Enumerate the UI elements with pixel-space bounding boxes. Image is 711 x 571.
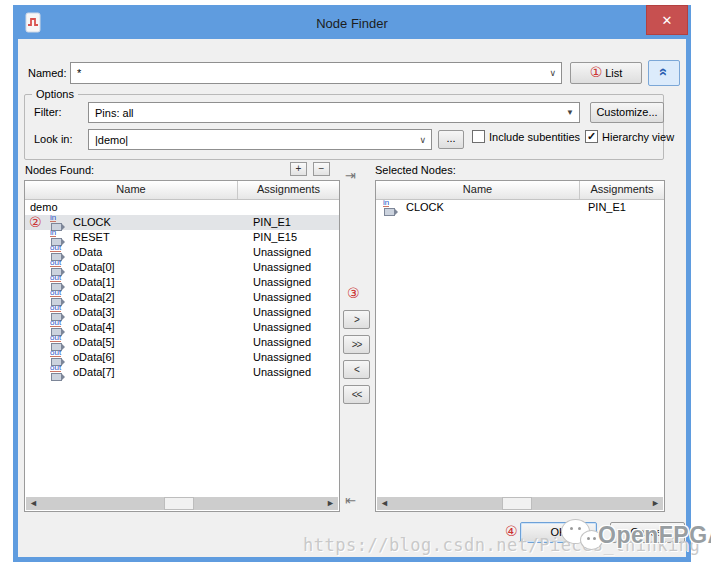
node-assignment: Unassigned	[253, 275, 311, 290]
named-combobox[interactable]: * ∨	[70, 62, 562, 84]
browse-button[interactable]: ...	[438, 130, 464, 149]
filter-label: Filter:	[34, 106, 62, 118]
node-assignment: Unassigned	[253, 350, 311, 365]
dropdown-arrow-icon[interactable]: ▼	[566, 103, 574, 122]
remove-button[interactable]: <	[343, 360, 370, 379]
scroll-thumb[interactable]	[164, 497, 194, 510]
annotation-1: ①	[590, 64, 603, 80]
node-assignment: Unassigned	[253, 245, 311, 260]
filter-value: Pins: all	[95, 107, 134, 119]
options-group-label: Options	[32, 88, 78, 100]
node-assignment: Unassigned	[253, 305, 311, 320]
column-header-assignments[interactable]: Assignments	[238, 181, 339, 199]
column-header-name[interactable]: Name	[376, 181, 580, 199]
column-header-assignments[interactable]: Assignments	[580, 181, 664, 199]
scroll-thumb[interactable]	[502, 497, 532, 510]
node-name: CLOCK	[73, 215, 111, 230]
node-assignment: Unassigned	[253, 365, 311, 380]
nodes-found-header[interactable]: Name Assignments	[25, 181, 339, 200]
column-header-name[interactable]: Name	[25, 181, 238, 199]
checkbox-box[interactable]	[472, 130, 485, 143]
filter-dropdown[interactable]: Pins: all ▼	[88, 102, 580, 123]
dock-left-icon[interactable]: ⇤	[345, 493, 356, 508]
add-all-button[interactable]: >>	[343, 335, 370, 354]
node-row[interactable]: outoData[6]Unassigned	[25, 350, 339, 365]
node-row[interactable]: inRESETPIN_E15	[25, 230, 339, 245]
double-chevron-up-icon: «	[653, 68, 675, 76]
node-row[interactable]: outoData[4]Unassigned	[25, 320, 339, 335]
named-label: Named:	[28, 67, 67, 79]
node-assignment: Unassigned	[253, 335, 311, 350]
chevron-down-icon[interactable]: ∨	[549, 63, 556, 83]
selected-nodes-header[interactable]: Name Assignments	[376, 181, 664, 200]
node-row[interactable]: outoData[2]Unassigned	[25, 290, 339, 305]
include-subentities-checkbox[interactable]: Include subentities	[472, 130, 580, 143]
in-pin-icon: in	[382, 200, 402, 215]
selected-nodes-label: Selected Nodes:	[375, 164, 456, 176]
node-name: RESET	[73, 230, 110, 245]
window-title: Node Finder	[18, 10, 686, 37]
node-finder-waveform-icon	[23, 12, 43, 34]
titlebar[interactable]: Node Finder ✕	[18, 10, 686, 39]
collapse-dialog-button[interactable]: «	[648, 60, 680, 86]
checkbox-box[interactable]: ✓	[585, 130, 598, 143]
nodes-found-hscrollbar[interactable]: ◄ ►	[26, 497, 338, 510]
node-row[interactable]: outoData[3]Unassigned	[25, 305, 339, 320]
node-name: oData[2]	[73, 290, 115, 305]
node-name: oData[5]	[73, 335, 115, 350]
scroll-left-icon[interactable]: ◄	[26, 497, 41, 510]
screenshot-stage: Node Finder ✕ Named: * ∨ ① List « Option…	[0, 0, 711, 571]
close-button[interactable]: ✕	[646, 5, 688, 35]
node-row[interactable]: outoData[7]Unassigned	[25, 365, 339, 380]
nodes-found-rows: demo②inCLOCKPIN_E1inRESETPIN_E15outoData…	[25, 200, 339, 380]
dock-right-icon[interactable]: ⇥	[345, 168, 356, 183]
node-row[interactable]: ②inCLOCKPIN_E1	[25, 215, 339, 230]
node-row[interactable]: outoData[1]Unassigned	[25, 275, 339, 290]
node-row[interactable]: outoData[0]Unassigned	[25, 260, 339, 275]
node-name: CLOCK	[406, 200, 444, 215]
hierarchy-view-checkbox[interactable]: ✓ Hierarchy view	[585, 130, 674, 143]
node-name: oData[4]	[73, 320, 115, 335]
nodes-found-label: Nodes Found:	[25, 164, 94, 176]
remove-all-button[interactable]: <<	[343, 385, 370, 404]
add-button[interactable]: >	[343, 310, 370, 329]
node-assignment: PIN_E1	[588, 200, 626, 215]
named-value: *	[77, 67, 81, 79]
node-row[interactable]: inCLOCKPIN_E1	[376, 200, 664, 215]
node-assignment: PIN_E15	[253, 230, 297, 245]
out-pin-icon: out	[49, 365, 69, 380]
collapse-all-button[interactable]: −	[313, 162, 330, 176]
dialog-body: Named: * ∨ ① List « Options Filter: Pins…	[18, 39, 686, 557]
nodes-found-table: Name Assignments demo②inCLOCKPIN_E1inRES…	[24, 180, 340, 512]
node-name: oData[7]	[73, 365, 115, 380]
expand-all-button[interactable]: +	[290, 162, 307, 176]
node-row[interactable]: outoData[5]Unassigned	[25, 335, 339, 350]
node-name: oData	[73, 245, 102, 260]
selected-nodes-rows: inCLOCKPIN_E1	[376, 200, 664, 215]
scroll-left-icon[interactable]: ◄	[377, 497, 392, 510]
node-row[interactable]: outoDataUnassigned	[25, 245, 339, 260]
chevron-down-icon[interactable]: ∨	[419, 130, 426, 149]
node-assignment: PIN_E1	[253, 215, 291, 230]
node-name: oData[0]	[73, 260, 115, 275]
list-button[interactable]: ① List	[570, 62, 642, 84]
openfpga-brand: OpenFPGA	[598, 522, 711, 549]
look-in-value: |demo|	[95, 134, 128, 146]
scroll-right-icon[interactable]: ►	[648, 497, 663, 510]
hierarchy-view-label: Hierarchy view	[602, 131, 674, 143]
scroll-right-icon[interactable]: ►	[323, 497, 338, 510]
node-name: oData[3]	[73, 305, 115, 320]
node-assignment: Unassigned	[253, 260, 311, 275]
node-name: oData[6]	[73, 350, 115, 365]
node-assignment: Unassigned	[253, 290, 311, 305]
selected-nodes-hscrollbar[interactable]: ◄ ►	[377, 497, 663, 510]
look-in-label: Look in:	[34, 133, 73, 145]
customize-button[interactable]: Customize...	[590, 102, 664, 123]
include-subentities-label: Include subentities	[489, 131, 580, 143]
node-finder-dialog: Node Finder ✕ Named: * ∨ ① List « Option…	[13, 5, 691, 562]
tree-group-row[interactable]: demo	[25, 200, 339, 215]
look-in-combobox[interactable]: |demo| ∨	[88, 129, 432, 150]
list-button-label: List	[605, 67, 622, 79]
node-assignment: Unassigned	[253, 320, 311, 335]
node-name: oData[1]	[73, 275, 115, 290]
